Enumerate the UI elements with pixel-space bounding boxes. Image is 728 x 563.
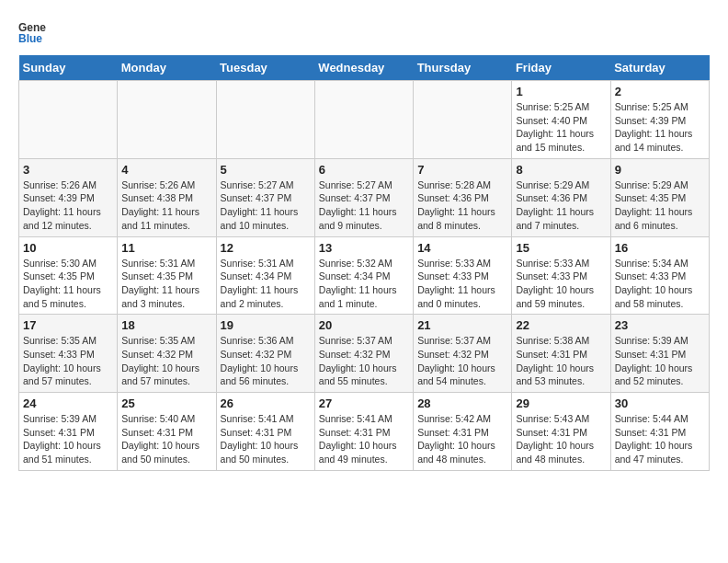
calendar-day: 6Sunrise: 5:27 AM Sunset: 4:37 PM Daylig… bbox=[314, 158, 413, 236]
calendar-day: 7Sunrise: 5:28 AM Sunset: 4:36 PM Daylig… bbox=[414, 158, 512, 236]
calendar-day: 16Sunrise: 5:34 AM Sunset: 4:33 PM Dayli… bbox=[610, 236, 709, 315]
calendar-day bbox=[118, 81, 216, 159]
day-info: Sunrise: 5:27 AM Sunset: 4:37 PM Dayligh… bbox=[221, 178, 311, 233]
day-number: 6 bbox=[319, 163, 409, 177]
calendar-day: 20Sunrise: 5:37 AM Sunset: 4:32 PM Dayli… bbox=[314, 315, 413, 393]
day-info: Sunrise: 5:30 AM Sunset: 4:35 PM Dayligh… bbox=[23, 257, 113, 311]
calendar-day bbox=[414, 81, 512, 159]
day-info: Sunrise: 5:25 AM Sunset: 4:39 PM Dayligh… bbox=[615, 100, 705, 155]
calendar-day: 18Sunrise: 5:35 AM Sunset: 4:32 PM Dayli… bbox=[118, 315, 216, 393]
calendar-day: 1Sunrise: 5:25 AM Sunset: 4:40 PM Daylig… bbox=[512, 81, 610, 159]
weekday-header-saturday: Saturday bbox=[610, 55, 709, 81]
calendar-day: 24Sunrise: 5:39 AM Sunset: 4:31 PM Dayli… bbox=[19, 393, 118, 471]
day-number: 2 bbox=[615, 85, 705, 98]
day-number: 15 bbox=[516, 241, 606, 255]
day-number: 28 bbox=[417, 396, 507, 410]
calendar-day: 28Sunrise: 5:42 AM Sunset: 4:31 PM Dayli… bbox=[414, 393, 512, 471]
weekday-header-row: SundayMondayTuesdayWednesdayThursdayFrid… bbox=[19, 55, 710, 81]
day-info: Sunrise: 5:35 AM Sunset: 4:33 PM Dayligh… bbox=[23, 334, 113, 388]
day-info: Sunrise: 5:33 AM Sunset: 4:33 PM Dayligh… bbox=[417, 257, 507, 311]
day-info: Sunrise: 5:42 AM Sunset: 4:31 PM Dayligh… bbox=[417, 412, 507, 466]
logo: General Blue bbox=[18, 18, 50, 46]
day-number: 21 bbox=[417, 318, 507, 332]
calendar-day: 4Sunrise: 5:26 AM Sunset: 4:38 PM Daylig… bbox=[118, 158, 216, 236]
calendar-week-5: 24Sunrise: 5:39 AM Sunset: 4:31 PM Dayli… bbox=[19, 393, 710, 471]
calendar-day bbox=[19, 81, 118, 159]
day-number: 10 bbox=[23, 241, 113, 255]
day-info: Sunrise: 5:33 AM Sunset: 4:33 PM Dayligh… bbox=[516, 257, 606, 311]
day-number: 12 bbox=[221, 241, 311, 255]
weekday-header-friday: Friday bbox=[512, 55, 610, 81]
calendar-day: 30Sunrise: 5:44 AM Sunset: 4:31 PM Dayli… bbox=[610, 393, 709, 471]
calendar-week-2: 3Sunrise: 5:26 AM Sunset: 4:39 PM Daylig… bbox=[19, 158, 710, 236]
day-info: Sunrise: 5:37 AM Sunset: 4:32 PM Dayligh… bbox=[319, 334, 409, 388]
day-info: Sunrise: 5:41 AM Sunset: 4:31 PM Dayligh… bbox=[319, 412, 409, 466]
day-info: Sunrise: 5:27 AM Sunset: 4:37 PM Dayligh… bbox=[319, 178, 409, 233]
weekday-header-wednesday: Wednesday bbox=[314, 55, 413, 81]
day-info: Sunrise: 5:35 AM Sunset: 4:32 PM Dayligh… bbox=[121, 334, 211, 388]
calendar-day: 12Sunrise: 5:31 AM Sunset: 4:34 PM Dayli… bbox=[216, 236, 314, 315]
calendar-day: 13Sunrise: 5:32 AM Sunset: 4:34 PM Dayli… bbox=[314, 236, 413, 315]
calendar-table: SundayMondayTuesdayWednesdayThursdayFrid… bbox=[18, 55, 710, 471]
day-info: Sunrise: 5:32 AM Sunset: 4:34 PM Dayligh… bbox=[319, 257, 409, 311]
day-number: 7 bbox=[417, 163, 507, 177]
day-info: Sunrise: 5:28 AM Sunset: 4:36 PM Dayligh… bbox=[417, 178, 507, 233]
weekday-header-monday: Monday bbox=[118, 55, 216, 81]
calendar-day: 9Sunrise: 5:29 AM Sunset: 4:35 PM Daylig… bbox=[610, 158, 709, 236]
calendar-day: 25Sunrise: 5:40 AM Sunset: 4:31 PM Dayli… bbox=[118, 393, 216, 471]
day-number: 29 bbox=[516, 396, 606, 410]
day-info: Sunrise: 5:41 AM Sunset: 4:31 PM Dayligh… bbox=[221, 412, 311, 466]
day-number: 25 bbox=[121, 396, 211, 410]
day-number: 27 bbox=[319, 396, 409, 410]
calendar-day: 14Sunrise: 5:33 AM Sunset: 4:33 PM Dayli… bbox=[414, 236, 512, 315]
calendar-day: 10Sunrise: 5:30 AM Sunset: 4:35 PM Dayli… bbox=[19, 236, 118, 315]
day-number: 3 bbox=[23, 163, 113, 177]
day-number: 9 bbox=[615, 163, 705, 177]
weekday-header-tuesday: Tuesday bbox=[216, 55, 314, 81]
calendar-day bbox=[314, 81, 413, 159]
day-info: Sunrise: 5:39 AM Sunset: 4:31 PM Dayligh… bbox=[23, 412, 113, 466]
calendar-day: 23Sunrise: 5:39 AM Sunset: 4:31 PM Dayli… bbox=[610, 315, 709, 393]
weekday-header-sunday: Sunday bbox=[19, 55, 118, 81]
calendar-day: 21Sunrise: 5:37 AM Sunset: 4:32 PM Dayli… bbox=[414, 315, 512, 393]
logo-icon: General Blue bbox=[18, 18, 46, 46]
day-number: 14 bbox=[417, 241, 507, 255]
calendar-week-4: 17Sunrise: 5:35 AM Sunset: 4:33 PM Dayli… bbox=[19, 315, 710, 393]
svg-text:Blue: Blue bbox=[18, 32, 42, 45]
day-info: Sunrise: 5:37 AM Sunset: 4:32 PM Dayligh… bbox=[417, 334, 507, 388]
day-number: 17 bbox=[23, 318, 113, 332]
calendar-day: 19Sunrise: 5:36 AM Sunset: 4:32 PM Dayli… bbox=[216, 315, 314, 393]
calendar-day: 15Sunrise: 5:33 AM Sunset: 4:33 PM Dayli… bbox=[512, 236, 610, 315]
calendar-day: 29Sunrise: 5:43 AM Sunset: 4:31 PM Dayli… bbox=[512, 393, 610, 471]
day-info: Sunrise: 5:31 AM Sunset: 4:34 PM Dayligh… bbox=[221, 257, 311, 311]
day-number: 4 bbox=[121, 163, 211, 177]
day-info: Sunrise: 5:25 AM Sunset: 4:40 PM Dayligh… bbox=[516, 100, 606, 155]
day-number: 20 bbox=[319, 318, 409, 332]
calendar-day: 3Sunrise: 5:26 AM Sunset: 4:39 PM Daylig… bbox=[19, 158, 118, 236]
calendar-day bbox=[216, 81, 314, 159]
day-number: 1 bbox=[516, 85, 606, 98]
day-number: 5 bbox=[221, 163, 311, 177]
day-info: Sunrise: 5:40 AM Sunset: 4:31 PM Dayligh… bbox=[121, 412, 211, 466]
page-header: General Blue bbox=[18, 18, 710, 46]
day-info: Sunrise: 5:29 AM Sunset: 4:35 PM Dayligh… bbox=[615, 178, 705, 233]
day-number: 8 bbox=[516, 163, 606, 177]
day-number: 22 bbox=[516, 318, 606, 332]
day-info: Sunrise: 5:39 AM Sunset: 4:31 PM Dayligh… bbox=[615, 334, 705, 388]
day-info: Sunrise: 5:34 AM Sunset: 4:33 PM Dayligh… bbox=[615, 257, 705, 311]
day-info: Sunrise: 5:44 AM Sunset: 4:31 PM Dayligh… bbox=[615, 412, 705, 466]
day-number: 30 bbox=[615, 396, 705, 410]
day-number: 16 bbox=[615, 241, 705, 255]
calendar-day: 5Sunrise: 5:27 AM Sunset: 4:37 PM Daylig… bbox=[216, 158, 314, 236]
day-info: Sunrise: 5:26 AM Sunset: 4:38 PM Dayligh… bbox=[121, 178, 211, 233]
day-info: Sunrise: 5:36 AM Sunset: 4:32 PM Dayligh… bbox=[221, 334, 311, 388]
calendar-day: 26Sunrise: 5:41 AM Sunset: 4:31 PM Dayli… bbox=[216, 393, 314, 471]
day-number: 18 bbox=[121, 318, 211, 332]
day-info: Sunrise: 5:43 AM Sunset: 4:31 PM Dayligh… bbox=[516, 412, 606, 466]
calendar-day: 2Sunrise: 5:25 AM Sunset: 4:39 PM Daylig… bbox=[610, 81, 709, 159]
day-info: Sunrise: 5:29 AM Sunset: 4:36 PM Dayligh… bbox=[516, 178, 606, 233]
calendar-day: 17Sunrise: 5:35 AM Sunset: 4:33 PM Dayli… bbox=[19, 315, 118, 393]
calendar-week-1: 1Sunrise: 5:25 AM Sunset: 4:40 PM Daylig… bbox=[19, 81, 710, 159]
calendar-day: 22Sunrise: 5:38 AM Sunset: 4:31 PM Dayli… bbox=[512, 315, 610, 393]
calendar-week-3: 10Sunrise: 5:30 AM Sunset: 4:35 PM Dayli… bbox=[19, 236, 710, 315]
